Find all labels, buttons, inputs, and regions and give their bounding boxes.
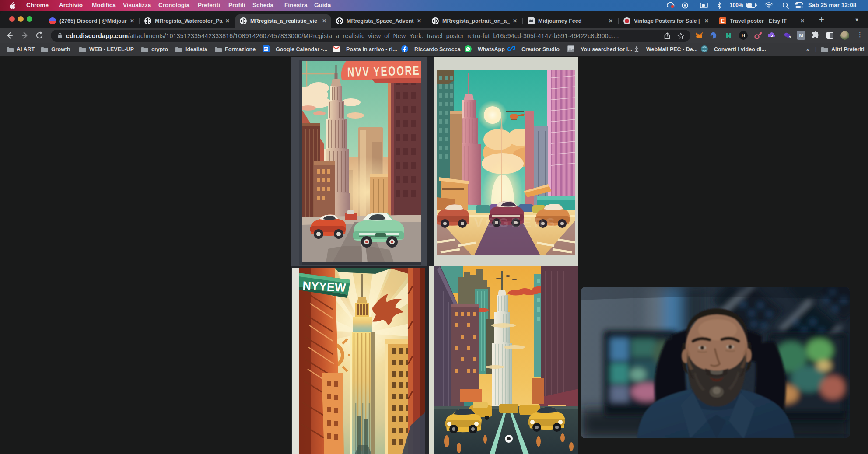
svg-text:NYYEW: NYYEW (302, 279, 346, 294)
svg-text:31: 31 (264, 47, 268, 51)
svg-text:NVV YEOORE: NVV YEOORE (347, 63, 420, 79)
svg-text:VOGEERS: VOGEERS (474, 215, 557, 230)
svg-text:5: 5 (789, 36, 791, 39)
